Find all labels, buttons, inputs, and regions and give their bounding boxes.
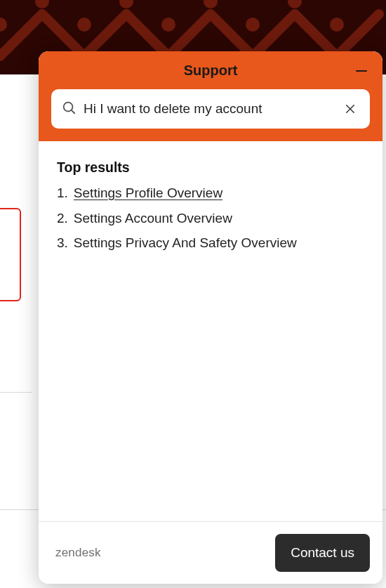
results-heading: Top results — [57, 159, 364, 176]
search-field-container — [51, 89, 370, 129]
search-icon — [61, 100, 76, 118]
svg-point-7 — [204, 0, 218, 8]
svg-point-5 — [35, 0, 49, 8]
minimize-button[interactable] — [353, 63, 370, 79]
result-label: Settings Profile Overview — [74, 184, 222, 202]
result-rank: 2. — [57, 209, 68, 228]
clear-search-button[interactable] — [340, 99, 360, 119]
result-item[interactable]: 3. Settings Privacy And Safety Overview — [57, 234, 364, 252]
widget-body: Top results 1. Settings Profile Overview… — [39, 141, 382, 521]
svg-point-2 — [161, 18, 175, 32]
result-rank: 1. — [57, 184, 68, 202]
svg-point-1 — [77, 18, 91, 32]
support-widget: Support Top results 1. Settings Profile … — [39, 51, 382, 584]
header-top-bar: Support — [39, 51, 382, 89]
svg-point-6 — [119, 0, 133, 8]
result-item[interactable]: 1. Settings Profile Overview — [57, 184, 364, 202]
widget-footer: zendesk Contact us — [39, 521, 382, 584]
result-rank: 3. — [57, 234, 68, 252]
result-label: Settings Account Overview — [74, 209, 232, 228]
result-item[interactable]: 2. Settings Account Overview — [57, 209, 364, 228]
svg-point-0 — [0, 18, 7, 32]
result-label: Settings Privacy And Safety Overview — [74, 234, 297, 252]
x-icon — [344, 103, 357, 115]
svg-point-4 — [330, 18, 344, 32]
search-input[interactable] — [84, 101, 333, 117]
provider-label: zendesk — [55, 546, 101, 560]
widget-header: Support — [39, 51, 382, 141]
background-card-fragment — [0, 208, 21, 301]
results-list: 1. Settings Profile Overview 2. Settings… — [57, 184, 364, 252]
contact-us-button[interactable]: Contact us — [275, 534, 370, 572]
svg-line-10 — [72, 110, 74, 113]
widget-title: Support — [184, 63, 238, 79]
svg-point-3 — [246, 18, 260, 32]
background-divider — [0, 392, 32, 393]
svg-point-8 — [288, 0, 302, 8]
minus-icon — [356, 70, 367, 72]
